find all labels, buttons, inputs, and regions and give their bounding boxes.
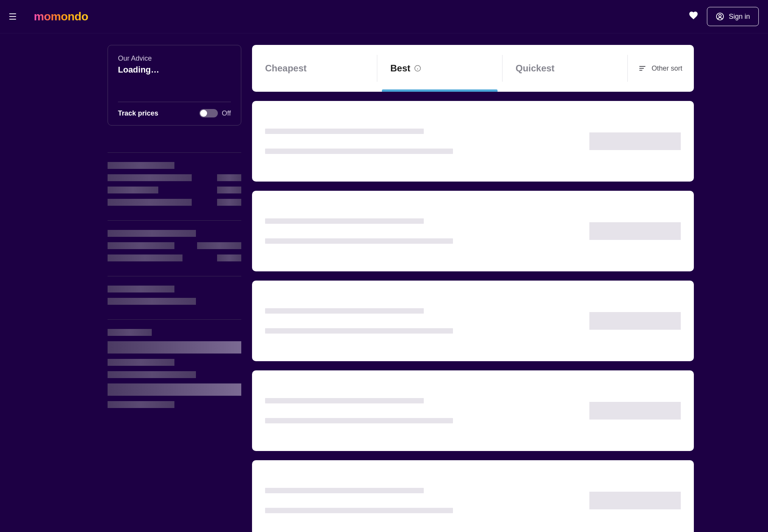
advice-title: Our Advice [118, 55, 231, 63]
skeleton-price [589, 492, 681, 509]
tab-cheapest-label: Cheapest [265, 63, 307, 74]
skeleton-row [108, 254, 241, 261]
skeleton-bar [265, 129, 424, 134]
skeleton-row [108, 187, 241, 193]
main-content: Our Advice Loading… Track prices Off Che… [108, 33, 768, 532]
skeleton-bar [108, 199, 192, 206]
top-header: momondo Sign in [0, 0, 768, 33]
skeleton-row [108, 242, 241, 249]
other-sort-label: Other sort [652, 64, 682, 73]
sign-in-label: Sign in [729, 13, 750, 21]
advice-box: Our Advice Loading… Track prices Off [108, 45, 241, 126]
skeleton-bar [108, 254, 182, 261]
track-prices-label: Track prices [118, 109, 158, 117]
results-column: Cheapest Best Quickest Other sort [252, 45, 694, 532]
skeleton-bar [265, 508, 453, 513]
tab-best-label: Best [390, 63, 410, 74]
skeleton-bar [265, 308, 424, 314]
skeleton-bar [197, 242, 241, 249]
sort-tabs: Cheapest Best Quickest Other sort [252, 45, 694, 92]
result-card-skeleton [252, 191, 694, 271]
filter-group-skeleton [108, 220, 241, 276]
skeleton-bar [108, 162, 174, 169]
card-left [265, 308, 559, 334]
skeleton-bar [108, 230, 196, 237]
filter-group-skeleton [108, 276, 241, 319]
filter-skeletons [108, 152, 241, 423]
skeleton-bar [265, 328, 453, 334]
result-card-skeleton [252, 370, 694, 451]
info-icon [414, 65, 421, 72]
filter-group-skeleton [108, 152, 241, 220]
skeleton-price [589, 402, 681, 420]
skeleton-bar [108, 187, 158, 193]
logo[interactable]: momondo [34, 10, 88, 23]
card-left [265, 218, 559, 244]
skeleton-row [108, 371, 241, 378]
skeleton-bar [108, 286, 174, 292]
skeleton-bar [265, 398, 424, 403]
card-left [265, 488, 559, 513]
skeleton-bar [108, 174, 192, 181]
results-list [252, 101, 694, 532]
advice-status: Loading… [118, 65, 231, 75]
skeleton-price [589, 132, 681, 150]
skeleton-bar [217, 187, 241, 193]
result-card-skeleton [252, 281, 694, 361]
skeleton-row [108, 329, 241, 336]
skeleton-bar [108, 341, 241, 354]
toggle-knob [200, 110, 207, 117]
menu-icon[interactable] [9, 12, 18, 21]
sign-in-button[interactable]: Sign in [707, 7, 759, 26]
user-icon [716, 12, 724, 21]
skeleton-bar [108, 371, 196, 378]
result-card-skeleton [252, 460, 694, 532]
tab-quickest-label: Quickest [516, 63, 554, 74]
skeleton-row [108, 286, 241, 292]
left-column: Our Advice Loading… Track prices Off [108, 45, 241, 532]
skeleton-row [108, 298, 241, 305]
sort-icon [639, 66, 645, 71]
skeleton-bar [217, 174, 241, 181]
skeleton-row [108, 401, 241, 408]
skeleton-price [589, 312, 681, 330]
toggle-state-label: Off [222, 109, 231, 117]
skeleton-row [108, 230, 241, 237]
other-sort-button[interactable]: Other sort [628, 45, 694, 92]
tab-quickest[interactable]: Quickest [503, 45, 627, 92]
skeleton-row [108, 199, 241, 206]
skeleton-row [108, 383, 241, 396]
tab-cheapest[interactable]: Cheapest [252, 45, 377, 92]
divider [118, 102, 231, 102]
skeleton-bar [108, 329, 152, 336]
skeleton-bar [108, 242, 174, 249]
skeleton-row [108, 174, 241, 181]
skeleton-bar [265, 418, 453, 423]
skeleton-bar [265, 238, 453, 244]
track-prices-row: Track prices Off [118, 109, 231, 117]
card-left [265, 129, 559, 154]
skeleton-bar [217, 199, 241, 206]
skeleton-bar [265, 488, 424, 493]
track-prices-toggle[interactable] [199, 109, 218, 117]
skeleton-row [108, 341, 241, 354]
skeleton-bar [108, 401, 174, 408]
favorites-icon[interactable] [688, 10, 698, 23]
header-left: momondo [9, 10, 88, 23]
header-right: Sign in [688, 7, 759, 26]
skeleton-bar [265, 149, 453, 154]
skeleton-row [108, 162, 241, 169]
filter-group-skeleton [108, 319, 241, 423]
card-left [265, 398, 559, 423]
toggle-wrap: Off [199, 109, 231, 117]
skeleton-row [108, 359, 241, 366]
result-card-skeleton [252, 101, 694, 182]
skeleton-price [589, 222, 681, 240]
tab-best[interactable]: Best [377, 45, 502, 92]
skeleton-bar [108, 298, 196, 305]
svg-point-1 [719, 15, 721, 17]
skeleton-bar [217, 254, 241, 261]
skeleton-bar [108, 383, 241, 396]
skeleton-bar [108, 359, 174, 366]
skeleton-bar [265, 218, 424, 224]
